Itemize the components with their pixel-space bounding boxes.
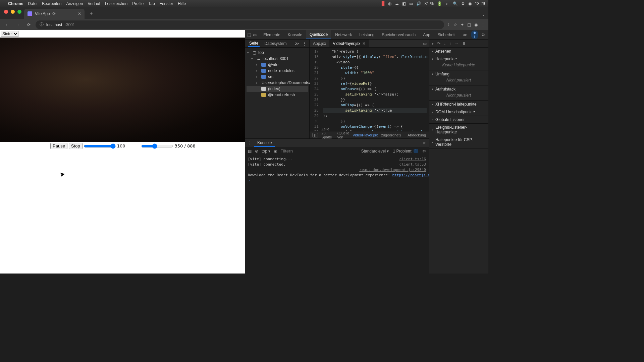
status-app-icon[interactable]: ◎ <box>388 1 391 6</box>
issues-indicator[interactable]: ◆ 1 <box>471 31 478 39</box>
window-minimize-icon[interactable] <box>11 10 15 14</box>
stop-button[interactable]: Stop <box>69 143 83 149</box>
editor-tab-videoplayer[interactable]: VideoPlayer.jsx✕ <box>329 40 369 47</box>
debugger-deactivate-icon[interactable]: ⏸ <box>462 41 466 46</box>
section-dom[interactable]: ▸DOM-Umschaltpunkte <box>432 110 486 114</box>
tab-overflow-icon[interactable]: ⌄ <box>482 12 488 19</box>
inspect-element-icon[interactable]: ⬚ <box>247 33 251 37</box>
section-callstack[interactable]: ▾Aufrufstack <box>432 87 486 92</box>
menu-anzeigen[interactable]: Anzeigen <box>66 1 83 6</box>
pause-button[interactable]: Pause <box>50 143 67 149</box>
window-zoom-icon[interactable] <box>17 10 21 14</box>
status-wifi-icon[interactable]: ᯤ <box>445 1 449 6</box>
new-tab-button[interactable]: + <box>87 9 96 18</box>
debugger-step-over-icon[interactable]: ↷ <box>437 41 440 46</box>
browser-tab[interactable]: Vite App ⟳ ✕ <box>24 9 85 19</box>
share-icon[interactable]: ⇪ <box>447 22 450 27</box>
console-eye-icon[interactable]: ◉ <box>274 149 277 154</box>
address-bar[interactable]: ⓘ localhost:3001 <box>36 20 444 29</box>
console-clear-icon[interactable]: ⊘ <box>255 149 258 154</box>
navigator-tab-dateisystem[interactable]: Dateisystem <box>263 41 288 47</box>
tree-node-modules[interactable]: ▸node_modules <box>247 68 308 74</box>
drawer-tab-konsole[interactable]: Konsole <box>254 139 275 147</box>
status-docker-icon[interactable]: ◧ <box>402 1 406 6</box>
tree-host[interactable]: ▾☁localhost:3001 <box>247 56 308 62</box>
sourcemap-link[interactable]: VideoPlayer.jsx <box>353 133 378 137</box>
section-global[interactable]: ▸Globale Listener <box>432 117 486 122</box>
section-xhr[interactable]: ▸XHR/fetch-Haltepunkte <box>432 102 486 107</box>
menu-tab[interactable]: Tab <box>148 1 155 6</box>
console-problems[interactable]: 1 Problem: 1 <box>393 149 418 154</box>
tree-react-refresh[interactable]: @react-refresh <box>247 92 308 98</box>
menu-verlauf[interactable]: Verlauf <box>88 1 100 6</box>
menu-fenster[interactable]: Fenster <box>160 1 173 6</box>
tree-src[interactable]: ▸src <box>247 74 308 80</box>
video-player[interactable] <box>0 38 245 142</box>
nav-forward-button[interactable]: → <box>14 21 22 29</box>
section-scope[interactable]: ▾Umfang <box>432 72 486 76</box>
nav-back-button[interactable]: ← <box>3 21 11 29</box>
nav-reload-button[interactable]: ⟳ <box>25 21 33 29</box>
tab-overflow[interactable]: ≫ <box>460 30 471 39</box>
drawer-close-icon[interactable]: ✕ <box>423 141 426 145</box>
tree-index[interactable]: (index) <box>247 86 308 92</box>
navigator-overflow-icon[interactable]: ≫ <box>295 41 299 46</box>
status-recording-icon[interactable]: ▉ <box>382 1 385 6</box>
status-cloud-icon[interactable]: ☁ <box>395 1 399 6</box>
console-filter-input[interactable] <box>280 148 358 154</box>
menu-profile[interactable]: Profile <box>132 1 144 6</box>
device-toolbar-icon[interactable]: ▭ <box>253 33 257 37</box>
menu-lesezeichen[interactable]: Lesezeichen <box>105 1 127 6</box>
console-output[interactable]: [vite] connecting...client.ts:16[vite] c… <box>245 155 429 274</box>
console-level-select[interactable]: Standardlevel ▾ <box>361 149 389 154</box>
tab-leistung[interactable]: Leistung <box>356 30 378 39</box>
console-sidebar-toggle-icon[interactable]: ▤ <box>248 149 252 154</box>
menubar-app-name[interactable]: Chrome <box>8 1 23 6</box>
status-battery-icon[interactable]: 🔋 <box>437 1 442 6</box>
menubar-clock[interactable]: 13:29 <box>475 1 485 6</box>
devtools-settings-icon[interactable]: ⚙ <box>481 33 485 37</box>
debugger-resume-icon[interactable]: ▸ <box>432 41 434 46</box>
coverage-label[interactable]: Abdeckung <box>408 133 426 137</box>
tree-top[interactable]: ▾▢top <box>247 50 308 56</box>
tab-elemente[interactable]: Elemente <box>260 30 284 39</box>
editor-code[interactable]: "k">return ( <div style={{ display: "fle… <box>321 48 429 131</box>
editor-tab-app[interactable]: App.jsx <box>310 40 329 47</box>
debugger-step-out-icon[interactable]: ↑ <box>449 41 451 46</box>
pretty-print-icon[interactable]: {} <box>312 133 318 137</box>
editor-gutter[interactable]: 17 18 19 20 21 22 23 24 25 26 27 28 29 3… <box>310 48 321 131</box>
menu-hilfe[interactable]: Hilfe <box>178 1 186 6</box>
menu-datei[interactable]: Datei <box>28 1 37 6</box>
console-settings-icon[interactable]: ⚙ <box>422 149 426 154</box>
section-csp[interactable]: ▸Haltepunkte für CSP-Verstöße <box>432 137 486 147</box>
status-search-icon[interactable]: 🔍 <box>453 1 458 6</box>
extensions-icon[interactable]: ✦ <box>461 22 464 27</box>
window-close-icon[interactable] <box>4 10 8 14</box>
editor-tab-close-icon[interactable]: ✕ <box>362 41 366 46</box>
side-panel-icon[interactable]: ◫ <box>467 22 471 27</box>
tab-sicherheit[interactable]: Sicherheit <box>434 30 459 39</box>
menu-bearbeiten[interactable]: Bearbeiten <box>42 1 61 6</box>
status-battery-text[interactable]: 81 % <box>425 1 434 6</box>
tab-konsole[interactable]: Konsole <box>284 30 306 39</box>
debugger-step-into-icon[interactable]: ↓ <box>444 41 446 46</box>
section-breakpoints[interactable]: ▾Haltepunkte <box>432 57 486 61</box>
tab-netzwerk[interactable]: Netzwerk <box>332 30 355 39</box>
debugger-step-icon[interactable]: → <box>454 41 459 46</box>
console-context[interactable]: top ▾ <box>262 149 270 154</box>
status-display-icon[interactable]: ▭ <box>409 1 413 6</box>
position-slider[interactable] <box>141 143 173 149</box>
volume-slider[interactable] <box>84 143 116 149</box>
tab-close-icon[interactable]: ✕ <box>78 11 81 16</box>
tree-vite[interactable]: ▸@vite <box>247 62 308 68</box>
bookmark-icon[interactable]: ☆ <box>453 22 457 27</box>
section-watch[interactable]: ▸Ansehen <box>432 49 486 54</box>
status-control-center-icon[interactable]: ⚙ <box>461 1 465 6</box>
editor-toolbar-icon[interactable]: ▭ <box>421 41 429 46</box>
navigator-more-icon[interactable]: ⋮ <box>303 41 307 46</box>
status-siri-icon[interactable]: ◉ <box>468 1 472 6</box>
site-info-icon[interactable]: ⓘ <box>40 22 44 27</box>
drawer-handle-icon[interactable]: ⋮ <box>248 141 252 145</box>
chrome-menu-icon[interactable]: ⋮ <box>481 22 485 27</box>
tab-quellcode[interactable]: Quellcode <box>306 30 331 39</box>
